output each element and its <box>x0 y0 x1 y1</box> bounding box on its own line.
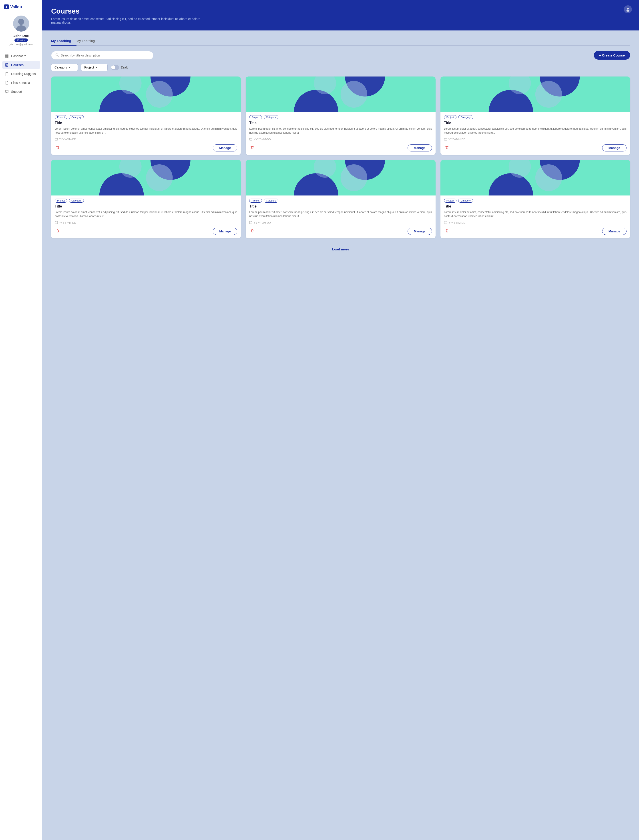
card-image <box>440 76 630 112</box>
card-title: Title <box>55 121 237 125</box>
svg-point-13 <box>627 8 629 10</box>
sidebar-item-dashboard[interactable]: Dashboard <box>2 52 40 60</box>
tab-my-teaching[interactable]: My Teaching <box>51 37 76 46</box>
svg-point-29 <box>341 81 367 108</box>
chevron-down-icon: ▾ <box>69 66 70 69</box>
course-card: Project Category Title Lorem ipsum dolor… <box>51 76 241 155</box>
card-description: Lorem ipsum dolor sit amet, consectetur … <box>55 210 237 218</box>
filter-row: Category ▾ Project ▾ Draft <box>51 64 630 71</box>
courses-grid: Project Category Title Lorem ipsum dolor… <box>51 76 630 239</box>
course-card: Project Category Title Lorem ipsum dolor… <box>246 160 436 239</box>
card-image <box>246 76 436 112</box>
svg-rect-49 <box>55 221 57 224</box>
tag-project: Project <box>55 199 67 203</box>
svg-rect-22 <box>55 138 57 140</box>
delete-button[interactable] <box>444 228 450 235</box>
card-description: Lorem ipsum dolor sit amet, consectetur … <box>444 127 626 135</box>
svg-point-65 <box>535 164 562 191</box>
sidebar-item-label-files: Files & Media <box>11 81 30 84</box>
card-date-row: YYYY-MM-DD <box>444 221 626 224</box>
course-card: Project Category Title Lorem ipsum dolor… <box>51 160 241 239</box>
chat-icon <box>5 90 9 94</box>
book-icon <box>5 63 9 67</box>
tag-category: Category <box>264 199 278 203</box>
calendar-icon <box>444 137 447 141</box>
project-filter[interactable]: Project ▾ <box>81 64 108 71</box>
svg-rect-31 <box>250 138 252 140</box>
card-actions: Manage <box>444 228 626 235</box>
search-input[interactable] <box>61 54 149 57</box>
card-date: YYYY-MM-DD <box>59 138 76 141</box>
delete-button[interactable] <box>249 145 255 151</box>
course-card: Project Category Title Lorem ipsum dolor… <box>440 76 630 155</box>
card-date: YYYY-MM-DD <box>254 138 270 141</box>
delete-button[interactable] <box>55 145 60 151</box>
card-date: YYYY-MM-DD <box>59 221 76 224</box>
sidebar-item-courses[interactable]: Courses <box>2 61 40 69</box>
category-filter[interactable]: Category ▾ <box>51 64 78 71</box>
svg-point-56 <box>341 164 367 191</box>
card-description: Lorem ipsum dolor sit amet, consectetur … <box>249 127 432 135</box>
delete-button[interactable] <box>249 228 255 235</box>
logo-icon <box>4 5 9 10</box>
card-date: YYYY-MM-DD <box>448 221 465 224</box>
sidebar-item-label-nuggets: Learning Nuggets <box>11 72 36 76</box>
card-actions: Manage <box>249 228 432 235</box>
sidebar-item-files-media[interactable]: Files & Media <box>2 78 40 87</box>
sidebar-item-learning-nuggets[interactable]: Learning Nuggets <box>2 70 40 78</box>
card-description: Lorem ipsum dolor sit amet, consectetur … <box>249 210 432 218</box>
draft-toggle-label: Draft <box>121 65 128 69</box>
card-tags: Project Category <box>55 199 237 203</box>
page-title: Courses <box>51 7 630 15</box>
card-tags: Project Category <box>444 115 626 119</box>
profile-badge: Creator <box>14 38 28 42</box>
svg-rect-67 <box>444 221 447 224</box>
svg-point-38 <box>535 81 562 108</box>
card-body: Project Category Title Lorem ipsum dolor… <box>246 196 436 239</box>
manage-button[interactable]: Manage <box>602 228 626 235</box>
search-row: + Create Course <box>51 51 630 60</box>
header-profile-icon[interactable] <box>624 5 632 13</box>
chevron-down-icon-2: ▾ <box>96 66 97 69</box>
tab-my-learning[interactable]: My Learning <box>76 37 100 46</box>
card-description: Lorem ipsum dolor sit amet, consectetur … <box>55 127 237 135</box>
card-tags: Project Category <box>444 199 626 203</box>
card-body: Project Category Title Lorem ipsum dolor… <box>440 112 630 155</box>
manage-button[interactable]: Manage <box>407 228 432 235</box>
toggle-knob <box>111 65 115 69</box>
card-description: Lorem ipsum dolor sit amet, consectetur … <box>444 210 626 218</box>
create-course-button[interactable]: + Create Course <box>594 51 630 60</box>
manage-button[interactable]: Manage <box>407 144 432 151</box>
card-date-row: YYYY-MM-DD <box>249 137 432 141</box>
tag-category: Category <box>69 115 84 119</box>
calendar-icon <box>55 137 58 141</box>
project-filter-label: Project <box>84 65 94 69</box>
card-image <box>246 160 436 196</box>
draft-toggle[interactable] <box>111 65 119 70</box>
svg-rect-7 <box>5 56 7 57</box>
sidebar-item-support[interactable]: Support <box>2 88 40 96</box>
load-more-button[interactable]: Load more <box>332 247 349 251</box>
manage-button[interactable]: Manage <box>213 228 237 235</box>
manage-button[interactable]: Manage <box>602 144 626 151</box>
category-filter-label: Category <box>54 65 67 69</box>
tabs-bar: My Teaching My Learning <box>51 37 630 46</box>
svg-rect-40 <box>444 138 447 140</box>
tag-project: Project <box>444 199 456 203</box>
card-actions: Manage <box>55 228 237 235</box>
card-title: Title <box>444 204 626 208</box>
delete-button[interactable] <box>55 228 60 235</box>
svg-rect-5 <box>5 54 7 56</box>
card-title: Title <box>444 121 626 125</box>
card-title: Title <box>249 121 432 125</box>
search-box <box>51 51 153 60</box>
profile-email: john.doe@gmail.com <box>10 43 33 46</box>
page-header: Courses Lorem ipsum dolor sit amet, cons… <box>42 0 639 30</box>
card-image <box>51 160 241 196</box>
svg-line-16 <box>58 56 59 56</box>
svg-point-20 <box>146 81 173 108</box>
manage-button[interactable]: Manage <box>213 144 237 151</box>
delete-button[interactable] <box>444 145 450 151</box>
sidebar-nav: Dashboard Courses Learning Nuggets <box>0 52 42 96</box>
content-area: My Teaching My Learning + Create Course … <box>42 30 639 840</box>
